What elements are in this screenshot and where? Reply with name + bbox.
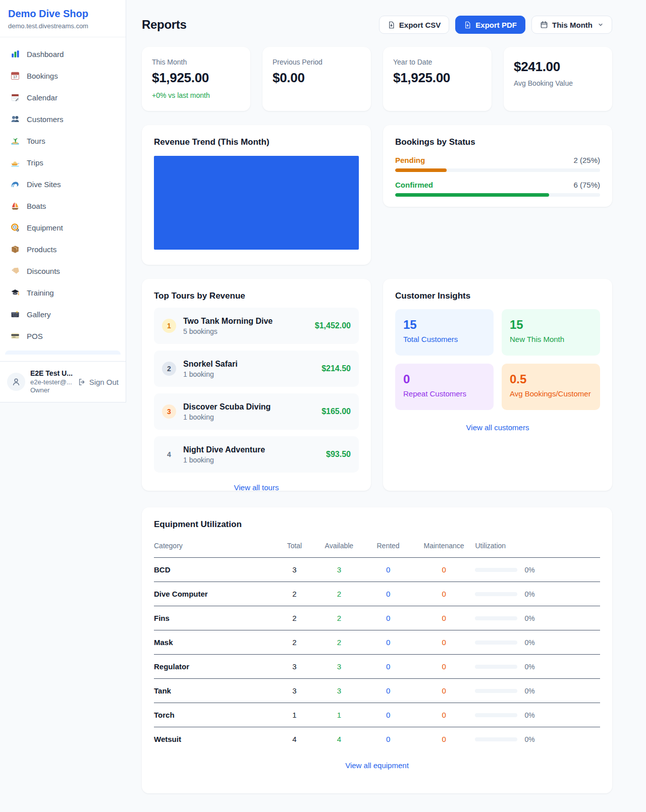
view-all-customers-link[interactable]: View all customers [395, 423, 600, 432]
cell-available: 3 [314, 655, 363, 679]
tile-label: Repeat Customers [403, 389, 486, 398]
bookings-by-status-card: Bookings by Status Pending 2 (25%) Confi… [383, 125, 612, 207]
sign-out-button[interactable]: Sign Out [78, 378, 119, 386]
utilization-bar [475, 568, 517, 572]
sidebar-item-label: Calendar [27, 93, 58, 102]
tag-icon [10, 266, 20, 276]
progress-fill [395, 193, 549, 197]
person-icon [11, 377, 21, 387]
cell-category: Regulator [154, 655, 275, 679]
cell-total: 2 [275, 582, 315, 606]
cell-available: 4 [314, 727, 363, 751]
package-icon [10, 244, 20, 254]
revenue-trend-card: Revenue Trend (This Month) [142, 125, 371, 265]
progress-track [395, 193, 600, 197]
equipment-table: Category Total Available Rented Maintena… [154, 537, 600, 751]
status-row-pending: Pending 2 (25%) [395, 156, 600, 172]
status-row-confirmed: Confirmed 6 (75%) [395, 181, 600, 197]
cell-available: 3 [314, 558, 363, 582]
sidebar-item-calendar[interactable]: Calendar [5, 88, 121, 107]
cell-utilization: 0% [475, 679, 600, 703]
cell-rented: 0 [363, 558, 412, 582]
equipment-utilization-card: Equipment Utilization Category Total Ava… [142, 507, 612, 793]
tour-bookings: 1 booking [183, 456, 265, 464]
island-icon [10, 136, 20, 146]
stat-cards-row: This Month $1,925.00 +0% vs last month P… [142, 47, 612, 111]
table-row: Dive Computer 2 2 0 0 0% [154, 582, 600, 606]
table-row: Mask 2 2 0 0 0% [154, 630, 600, 655]
sidebar-item-discounts[interactable]: Discounts [5, 261, 121, 280]
view-all-equipment-link[interactable]: View all equipment [154, 761, 600, 770]
stat-label: Avg Booking Value [514, 79, 602, 87]
tile-value: 0 [403, 372, 486, 386]
sidebar-item-dashboard[interactable]: Dashboard [5, 44, 121, 64]
cell-available: 3 [314, 679, 363, 703]
cell-category: Tank [154, 679, 275, 703]
tour-bookings: 5 bookings [183, 327, 273, 335]
tour-amount: $214.50 [321, 364, 351, 373]
sidebar-item-gallery[interactable]: Gallery [5, 305, 121, 324]
cell-utilization: 0% [475, 727, 600, 751]
table-header-row: Category Total Available Rented Maintena… [154, 537, 600, 558]
cell-category: Mask [154, 630, 275, 655]
cell-total: 3 [275, 558, 315, 582]
col-header-category: Category [154, 537, 275, 558]
col-header-utilization: Utilization [475, 537, 600, 558]
sidebar-item-boats[interactable]: Boats [5, 196, 121, 215]
cell-rented: 0 [363, 630, 412, 655]
progress-track [395, 168, 600, 172]
shop-domain: demo.test.divestreams.com [8, 22, 118, 30]
tour-row: 1 Two Tank Morning Dive5 bookings $1,452… [154, 308, 359, 344]
cell-rented: 0 [363, 703, 412, 727]
calendar-pad-icon [10, 92, 20, 102]
sidebar-item-bookings[interactable]: 17 Bookings [5, 66, 121, 85]
sidebar-item-tours[interactable]: Tours [5, 131, 121, 150]
sidebar-item-reports-active-clipped[interactable] [5, 351, 121, 355]
sidebar-item-label: Tours [27, 137, 45, 145]
sidebar-item-equipment[interactable]: Equipment [5, 218, 121, 237]
sidebar-item-dive-sites[interactable]: Dive Sites [5, 175, 121, 194]
page-title: Reports [142, 18, 187, 32]
sidebar-item-training[interactable]: Training [5, 283, 121, 302]
utilization-percent: 0% [524, 566, 534, 574]
cell-category: BCD [154, 558, 275, 582]
tour-row: 2 Snorkel Safari1 booking $214.50 [154, 351, 359, 387]
cell-rented: 0 [363, 679, 412, 703]
sidebar-item-trips[interactable]: Trips [5, 153, 121, 172]
utilization-percent: 0% [524, 614, 534, 622]
export-csv-button[interactable]: Export CSV [379, 16, 450, 34]
sidebar-item-customers[interactable]: Customers [5, 109, 121, 129]
cell-total: 2 [275, 630, 315, 655]
period-dropdown[interactable]: This Month [531, 16, 612, 34]
cell-maintenance: 0 [413, 703, 475, 727]
cell-category: Torch [154, 703, 275, 727]
progress-fill [395, 168, 447, 172]
stat-label: Year to Date [393, 58, 481, 66]
table-row: Torch 1 1 0 0 0% [154, 703, 600, 727]
tile-total-customers: 15 Total Customers [395, 309, 494, 356]
user-email: e2e-tester@... [30, 378, 73, 386]
sidebar-item-label: Dashboard [27, 50, 64, 59]
export-csv-label: Export CSV [399, 21, 441, 29]
tile-value: 0.5 [510, 372, 592, 386]
tile-label: Avg Bookings/Customer [510, 389, 592, 398]
table-row: Regulator 3 3 0 0 0% [154, 655, 600, 679]
sidebar-item-products[interactable]: Products [5, 240, 121, 259]
tile-label: New This Month [510, 335, 592, 343]
export-pdf-button[interactable]: Export PDF [455, 16, 525, 34]
rank-badge: 1 [162, 319, 176, 333]
col-header-total: Total [275, 537, 315, 558]
sidebar-nav: Dashboard 17 Bookings Calendar Customers… [0, 37, 126, 361]
rank-badge: 3 [162, 404, 176, 419]
sidebar-item-pos[interactable]: POS [5, 326, 121, 345]
tour-name: Discover Scuba Diving [183, 402, 271, 412]
sidebar-item-label: Bookings [27, 72, 58, 80]
cell-maintenance: 0 [413, 655, 475, 679]
chevron-down-icon [598, 22, 604, 28]
stat-value: $241.00 [514, 59, 602, 75]
insights-row: Top Tours by Revenue 1 Two Tank Morning … [142, 279, 612, 491]
stat-label: This Month [152, 58, 240, 66]
view-all-tours-link[interactable]: View all tours [154, 483, 359, 492]
top-tours-card: Top Tours by Revenue 1 Two Tank Morning … [142, 279, 371, 491]
logout-icon [78, 378, 86, 386]
